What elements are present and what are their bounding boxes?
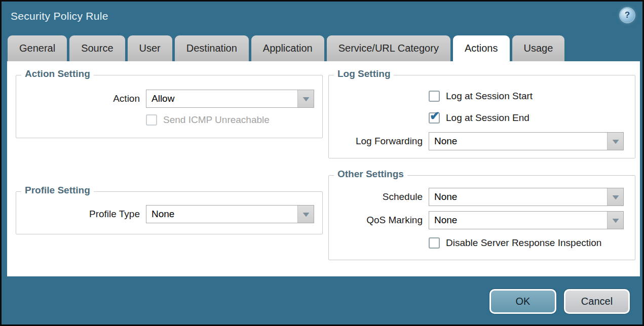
qos-marking-dropdown-value: None (429, 212, 607, 229)
log-setting-group: Log Setting Log at Session Start ✔ Log a… (328, 75, 635, 158)
tab-application[interactable]: Application (251, 35, 324, 61)
log-forwarding-label: Log Forwarding (334, 136, 423, 147)
tab-bar: General Source User Destination Applicat… (8, 35, 564, 61)
tab-source[interactable]: Source (69, 35, 125, 61)
tab-general[interactable]: General (8, 35, 67, 61)
qos-marking-dropdown[interactable]: None ▼ (429, 211, 624, 229)
tab-label: Destination (186, 43, 237, 54)
tab-user[interactable]: User (128, 35, 172, 61)
action-dropdown-value: Allow (146, 90, 297, 107)
action-setting-group: Action Setting Action Allow ▼ Send ICMP … (16, 75, 323, 138)
schedule-dropdown-value: None (429, 188, 607, 206)
checkmark-icon: ✔ (430, 110, 440, 122)
tab-label: Actions (465, 43, 498, 54)
schedule-dropdown-button[interactable]: ▼ (607, 188, 623, 206)
tab-label: General (19, 43, 55, 54)
action-label: Action (21, 93, 140, 104)
profile-type-dropdown-button[interactable]: ▼ (297, 206, 314, 223)
schedule-label: Schedule (334, 191, 423, 202)
chevron-down-icon: ▼ (300, 95, 311, 102)
log-at-session-end-label: Log at Session End (446, 112, 529, 124)
profile-setting-group: Profile Setting Profile Type None ▼ (16, 191, 323, 234)
log-at-session-start-checkbox[interactable] (429, 91, 440, 102)
security-policy-rule-dialog: Security Policy Rule ? General Source Us… (0, 0, 644, 326)
tab-service-url-category[interactable]: Service/URL Category (327, 35, 450, 61)
chevron-down-icon: ▼ (610, 217, 621, 224)
qos-marking-dropdown-button[interactable]: ▼ (607, 212, 623, 229)
chevron-down-icon: ▼ (610, 193, 621, 200)
tab-usage[interactable]: Usage (512, 35, 565, 61)
qos-marking-label: QoS Marking (334, 215, 423, 226)
log-at-session-start-label: Log at Session Start (446, 91, 533, 102)
disable-server-response-inspection-checkbox[interactable] (429, 237, 440, 249)
profile-setting-legend: Profile Setting (21, 185, 94, 196)
send-icmp-unreachable-checkbox (146, 114, 157, 126)
profile-type-dropdown-value: None (146, 206, 297, 223)
log-forwarding-dropdown-button[interactable]: ▼ (607, 133, 623, 150)
actions-tab-panel: Action Setting Action Allow ▼ Send ICMP … (7, 61, 640, 276)
help-button[interactable]: ? (620, 8, 634, 22)
cancel-button[interactable]: Cancel (564, 289, 630, 314)
other-settings-legend: Other Settings (334, 169, 407, 180)
send-icmp-unreachable-label: Send ICMP Unreachable (163, 114, 270, 126)
profile-type-dropdown[interactable]: None ▼ (146, 205, 314, 223)
tab-label: User (139, 43, 161, 54)
action-dropdown[interactable]: Allow ▼ (146, 90, 314, 108)
tab-label: Service/URL Category (338, 43, 439, 54)
tab-actions[interactable]: Actions (453, 35, 510, 61)
tab-label: Source (81, 43, 113, 54)
chevron-down-icon: ▼ (610, 138, 621, 145)
dialog-title: Security Policy Rule (11, 10, 108, 22)
tab-label: Application (263, 43, 313, 54)
tab-label: Usage (524, 43, 553, 54)
ok-button[interactable]: OK (489, 289, 556, 314)
schedule-dropdown[interactable]: None ▼ (429, 188, 624, 206)
action-setting-legend: Action Setting (21, 68, 94, 79)
tab-destination[interactable]: Destination (175, 35, 249, 61)
log-at-session-end-checkbox[interactable]: ✔ (429, 112, 440, 124)
help-icon: ? (625, 10, 630, 20)
log-setting-legend: Log Setting (334, 68, 394, 79)
chevron-down-icon: ▼ (300, 211, 311, 218)
log-forwarding-dropdown[interactable]: None ▼ (429, 132, 624, 150)
action-dropdown-button[interactable]: ▼ (297, 90, 314, 107)
disable-server-response-inspection-label: Disable Server Response Inspection (446, 237, 601, 249)
log-forwarding-dropdown-value: None (429, 133, 607, 150)
profile-type-label: Profile Type (21, 209, 140, 220)
other-settings-group: Other Settings Schedule None ▼ QoS Marki… (328, 175, 635, 260)
